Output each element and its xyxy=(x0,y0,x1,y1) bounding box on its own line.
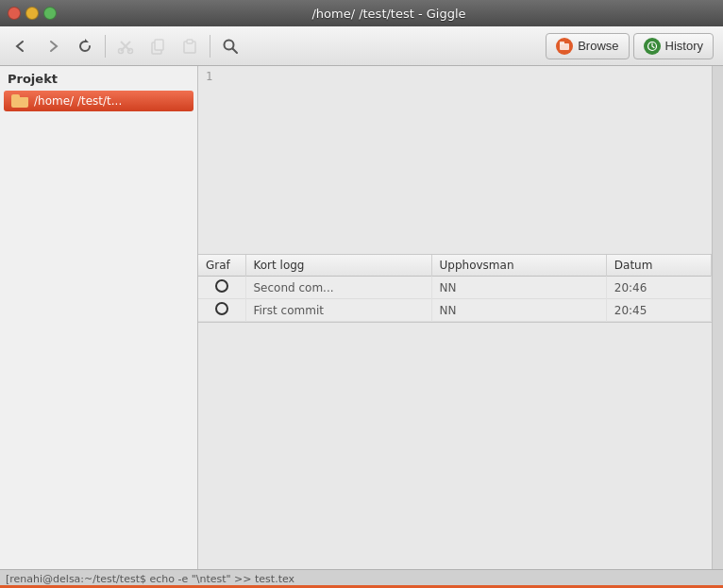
browse-icon xyxy=(556,38,573,55)
back-button[interactable] xyxy=(6,31,36,61)
col-short-log: Kort logg xyxy=(245,255,431,277)
forward-icon xyxy=(44,38,61,55)
folder-icon xyxy=(11,94,28,108)
svg-marker-0 xyxy=(85,39,89,42)
history-icon xyxy=(644,38,661,55)
titlebar: /home/ /test/test - Giggle xyxy=(0,0,723,26)
commit-table: Graf Kort logg Upphovsman Datum Second c… xyxy=(198,255,712,322)
search-icon xyxy=(222,38,239,55)
diff-area: 1 xyxy=(198,66,712,255)
window-title: /home/ /test/test - Giggle xyxy=(62,7,715,21)
vertical-scrollbar[interactable] xyxy=(712,66,723,569)
col-graph: Graf xyxy=(198,255,245,277)
table-row[interactable]: First commit NN 20:45 xyxy=(198,299,712,322)
svg-rect-11 xyxy=(560,43,569,50)
copy-icon xyxy=(149,38,166,55)
search-button[interactable] xyxy=(215,31,245,61)
sidebar-item-label: /home/ /test/t... xyxy=(34,94,122,108)
toolbar: Browse History xyxy=(0,26,723,66)
content-area: 1 Graf Kort logg Upphovsman Datum xyxy=(198,66,712,569)
commit-date: 20:45 xyxy=(606,299,711,322)
nav-buttons: Browse History xyxy=(546,33,714,59)
commit-short-log: First commit xyxy=(245,299,431,322)
svg-line-10 xyxy=(233,48,238,53)
line-number: 1 xyxy=(206,70,212,83)
browse-button[interactable]: Browse xyxy=(546,33,629,59)
line-numbers: 1 xyxy=(206,70,220,250)
sidebar-header: Projekt xyxy=(0,66,197,90)
sidebar: Projekt /home/ /test/t... xyxy=(0,66,198,569)
commit-author: NN xyxy=(431,277,606,299)
commit-date: 20:46 xyxy=(606,277,711,299)
table-row[interactable]: Second com... NN 20:46 xyxy=(198,277,712,299)
svg-rect-8 xyxy=(187,40,193,43)
window-controls[interactable] xyxy=(8,7,57,20)
statusbar: [renahi@delsa:~/test/test$ echo -e "\nte… xyxy=(0,569,723,588)
main-area: Projekt /home/ /test/t... 1 Graf Kort lo… xyxy=(0,66,723,569)
maximize-button[interactable] xyxy=(43,7,57,20)
browse-label: Browse xyxy=(578,39,618,53)
close-button[interactable] xyxy=(8,7,21,20)
commit-graph-cell xyxy=(198,299,245,322)
history-button[interactable]: History xyxy=(633,33,714,59)
table-header-row: Graf Kort logg Upphovsman Datum xyxy=(198,255,712,277)
forward-button[interactable] xyxy=(38,31,68,61)
svg-rect-12 xyxy=(560,42,564,44)
paste-button[interactable] xyxy=(175,31,205,61)
back-icon xyxy=(12,38,29,55)
separator-1 xyxy=(105,35,106,58)
reload-icon xyxy=(76,38,93,55)
commit-short-log: Second com... xyxy=(245,277,431,299)
minimize-button[interactable] xyxy=(25,7,39,20)
history-label: History xyxy=(665,39,703,53)
cut-icon xyxy=(117,38,134,55)
lower-area xyxy=(198,323,712,569)
commit-dot xyxy=(215,302,228,315)
col-date: Datum xyxy=(606,255,711,277)
commit-table-container: Graf Kort logg Upphovsman Datum Second c… xyxy=(198,255,712,323)
separator-2 xyxy=(210,35,210,58)
commit-graph-cell xyxy=(198,277,245,299)
col-author: Upphovsman xyxy=(431,255,606,277)
commit-dot xyxy=(215,279,228,293)
copy-button[interactable] xyxy=(143,31,173,61)
statusbar-text: [renahi@delsa:~/test/test$ echo -e "\nte… xyxy=(6,573,294,585)
commit-author: NN xyxy=(431,299,606,322)
reload-button[interactable] xyxy=(70,31,100,61)
sidebar-item-repo[interactable]: /home/ /test/t... xyxy=(4,91,193,111)
paste-icon xyxy=(181,38,198,55)
cut-button[interactable] xyxy=(110,31,141,61)
svg-rect-6 xyxy=(155,40,163,50)
